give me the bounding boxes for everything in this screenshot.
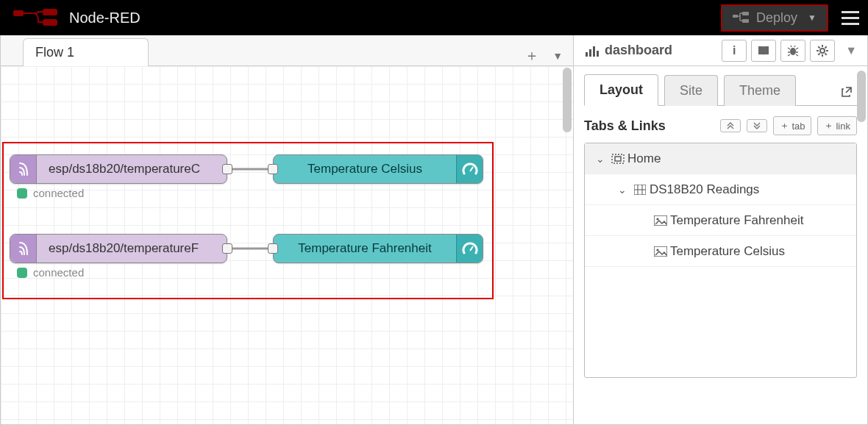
svg-rect-1 <box>43 9 57 15</box>
output-port[interactable] <box>222 164 232 174</box>
mqtt-icon <box>10 235 37 262</box>
svg-rect-14 <box>612 154 624 163</box>
dashboard-gauge-node[interactable]: Temperature Celsius <box>273 154 483 184</box>
svg-rect-8 <box>586 52 588 57</box>
deploy-label: Deploy <box>756 10 797 26</box>
flow-tab[interactable]: Flow 1 <box>23 38 149 66</box>
chevrons-down-icon <box>753 122 761 129</box>
svg-rect-10 <box>593 46 595 57</box>
svg-line-7 <box>470 246 473 251</box>
dashboard-icon <box>586 45 599 57</box>
status-dot <box>17 188 27 199</box>
tab-icon <box>608 154 627 164</box>
tree-widget-celsius[interactable]: Temperature Celsius <box>585 236 856 267</box>
sidebar-title: dashboard <box>605 43 672 58</box>
chevron-down-icon: ⌄ <box>614 184 630 196</box>
input-port[interactable] <box>268 243 278 254</box>
book-icon <box>758 46 769 56</box>
svg-rect-9 <box>589 49 591 57</box>
output-port[interactable] <box>222 243 232 254</box>
add-link-button[interactable]: ＋link <box>817 116 857 135</box>
collapse-all-button[interactable] <box>747 119 767 132</box>
dashboard-gauge-node[interactable]: Temperature Fahrenheit <box>273 234 483 263</box>
status-dot <box>17 268 27 278</box>
open-dashboard-button[interactable] <box>836 82 857 105</box>
svg-rect-4 <box>742 12 749 15</box>
tree-widget-fahrenheit[interactable]: Temperature Fahrenheit <box>585 205 856 236</box>
expand-all-button[interactable] <box>720 119 741 132</box>
svg-point-12 <box>790 48 796 55</box>
sidebar-header: dashboard i ▼ <box>574 35 867 66</box>
dashboard-subtabs: Layout Site Theme <box>584 74 857 106</box>
layout-tree: ⌄ Home ⌄ DS18B20 Readings <box>584 143 857 378</box>
scrollbar[interactable] <box>857 71 866 122</box>
input-port[interactable] <box>268 164 278 174</box>
svg-point-13 <box>820 49 825 53</box>
tabs-links-heading: Tabs & Links <box>584 118 666 134</box>
svg-rect-3 <box>733 15 738 18</box>
svg-rect-15 <box>615 157 621 161</box>
image-icon <box>651 246 670 257</box>
flow-canvas[interactable]: esp/ds18b20/temperatureC connected Tempe… <box>1 66 573 424</box>
tab-theme[interactable]: Theme <box>724 75 796 106</box>
image-icon <box>651 215 670 226</box>
tab-layout[interactable]: Layout <box>584 74 658 106</box>
menu-button[interactable] <box>842 11 859 25</box>
mqtt-in-node[interactable]: esp/ds18b20/temperatureF <box>10 234 227 263</box>
node-status: connected <box>17 266 84 279</box>
main: Flow 1 ＋ ▼ <box>0 35 868 425</box>
svg-rect-11 <box>597 51 599 57</box>
grid-icon <box>630 185 650 195</box>
mqtt-icon <box>10 155 37 183</box>
config-tab-button[interactable] <box>810 40 835 62</box>
tab-site[interactable]: Site <box>664 75 718 106</box>
chevron-down-icon: ⌄ <box>592 153 608 165</box>
info-tab-button[interactable]: i <box>722 40 747 62</box>
tree-label: Home <box>627 151 661 166</box>
tree-label: DS18B20 Readings <box>650 182 759 197</box>
deploy-button[interactable]: Deploy ▼ <box>721 4 828 32</box>
debug-tab-button[interactable] <box>780 40 805 62</box>
svg-rect-5 <box>742 19 749 23</box>
node-label: Temperature Celsius <box>274 162 456 176</box>
workspace-pane: Flow 1 ＋ ▼ <box>0 35 574 425</box>
add-tab-button[interactable]: ＋tab <box>773 116 811 135</box>
deploy-icon <box>733 12 749 24</box>
sidebar: dashboard i ▼ Layout Site <box>574 35 868 425</box>
svg-rect-0 <box>13 10 24 16</box>
flow-menu-button[interactable]: ▼ <box>552 50 563 62</box>
chevrons-up-icon <box>727 122 734 129</box>
add-flow-button[interactable]: ＋ <box>524 46 539 65</box>
tree-group-readings[interactable]: ⌄ DS18B20 Readings <box>585 174 856 205</box>
svg-point-23 <box>656 249 658 251</box>
tree-label: Temperature Celsius <box>670 244 785 259</box>
node-status: connected <box>17 187 84 199</box>
chevron-down-icon: ▼ <box>808 12 817 23</box>
mqtt-in-node[interactable]: esp/ds18b20/temperatureC <box>10 154 227 184</box>
node-label: esp/ds18b20/temperatureC <box>37 162 212 176</box>
help-tab-button[interactable] <box>751 40 776 62</box>
workspace-tabs: Flow 1 ＋ ▼ <box>1 35 573 66</box>
svg-point-21 <box>656 218 658 220</box>
tree-tab-home[interactable]: ⌄ Home <box>585 143 856 174</box>
node-label: Temperature Fahrenheit <box>274 241 456 256</box>
tree-label: Temperature Fahrenheit <box>670 213 803 228</box>
node-red-logo-icon <box>13 9 59 26</box>
external-link-icon <box>841 86 853 98</box>
node-label: esp/ds18b20/temperatureF <box>37 241 210 256</box>
scrollbar[interactable] <box>563 68 572 132</box>
gauge-icon <box>456 155 483 183</box>
gear-icon <box>817 45 828 57</box>
logo: Node-RED <box>13 9 140 26</box>
gauge-icon <box>456 235 483 262</box>
svg-rect-2 <box>43 19 57 26</box>
app-name: Node-RED <box>69 10 140 26</box>
sidebar-menu-button[interactable]: ▼ <box>841 44 861 57</box>
svg-line-6 <box>470 167 473 171</box>
bug-icon <box>787 45 799 57</box>
app-header: Node-RED Deploy ▼ <box>0 0 868 35</box>
